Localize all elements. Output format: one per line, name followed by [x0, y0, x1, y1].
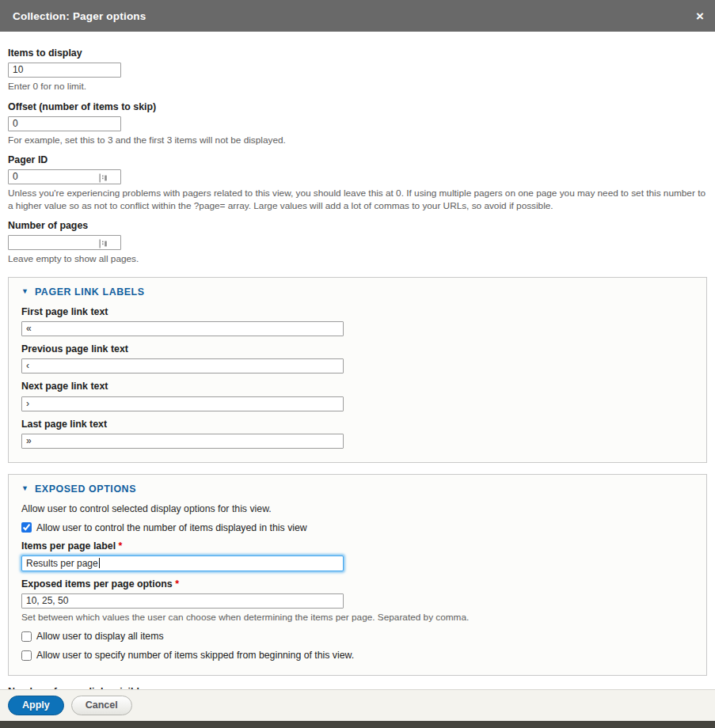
- items-per-page-label-field: Items per page label * Results per page: [21, 540, 694, 571]
- collapse-arrow-icon: ▼: [21, 288, 29, 295]
- last-page-link-input[interactable]: [21, 434, 344, 449]
- display-all-checkbox-row: Allow user to display all items: [21, 631, 694, 643]
- specify-skipped-checkbox-row: Allow user to specify number of items sk…: [21, 650, 694, 662]
- modal-header: Collection: Pager options ×: [0, 0, 715, 32]
- next-page-link-input[interactable]: [21, 396, 344, 411]
- first-page-link-label: First page link text: [21, 306, 694, 317]
- number-spinner-icon[interactable]: [99, 172, 108, 181]
- last-page-link-field: Last page link text: [21, 419, 694, 449]
- previous-page-link-input[interactable]: [21, 358, 344, 373]
- last-page-link-label: Last page link text: [21, 419, 694, 430]
- specify-skipped-checkbox-label: Allow user to specify number of items sk…: [36, 650, 354, 662]
- exposed-items-options-description: Set between which values the user can ch…: [21, 612, 694, 624]
- legend-label: PAGER LINK LABELS: [35, 286, 145, 298]
- pager-link-labels-legend[interactable]: ▼ PAGER LINK LABELS: [21, 286, 694, 298]
- next-page-link-label: Next page link text: [21, 381, 694, 392]
- previous-page-link-field: Previous page link text: [21, 343, 694, 373]
- control-items-checkbox-label: Allow user to control the number of item…: [36, 522, 307, 534]
- page-background-bar: [0, 721, 715, 728]
- exposed-items-options-field: Exposed items per page options * Set bet…: [21, 578, 694, 624]
- display-all-checkbox-label: Allow user to display all items: [36, 631, 164, 643]
- number-of-pages-description: Leave empty to show all pages.: [8, 253, 707, 265]
- pager-id-description: Unless you're experiencing problems with…: [8, 188, 707, 212]
- modal-body: Items to display Enter 0 for no limit. O…: [0, 32, 715, 728]
- exposed-options-description: Allow user to control selected display o…: [21, 503, 694, 515]
- number-of-pages-label: Number of pages: [8, 220, 707, 231]
- control-items-checkbox-row: Allow user to control the number of item…: [21, 522, 694, 534]
- exposed-items-options-label: Exposed items per page options *: [21, 578, 694, 590]
- offset-description: For example, set this to 3 and the first…: [8, 135, 707, 146]
- text-caret: [99, 558, 100, 568]
- collapse-arrow-icon: ▼: [21, 485, 29, 492]
- modal-footer: Apply Cancel: [0, 689, 715, 721]
- close-icon[interactable]: ×: [696, 9, 704, 23]
- items-to-display-description: Enter 0 for no limit.: [8, 81, 707, 93]
- control-items-checkbox[interactable]: [21, 522, 32, 533]
- items-to-display-label: Items to display: [8, 47, 707, 59]
- specify-skipped-checkbox[interactable]: [21, 650, 32, 661]
- items-to-display-field: Items to display Enter 0 for no limit.: [8, 47, 707, 93]
- first-page-link-input[interactable]: [21, 321, 344, 336]
- number-of-pages-field: Number of pages Leave empty to show all …: [8, 220, 707, 266]
- required-marker: *: [119, 540, 123, 552]
- label-text: Items per page label: [21, 540, 116, 552]
- display-all-checkbox[interactable]: [21, 631, 32, 642]
- exposed-options-legend[interactable]: ▼ EXPOSED OPTIONS: [21, 483, 694, 495]
- required-marker: *: [175, 578, 179, 590]
- offset-input[interactable]: [8, 116, 121, 131]
- pager-options-modal: Collection: Pager options × Items to dis…: [0, 0, 715, 728]
- exposed-items-options-input[interactable]: [21, 593, 344, 609]
- label-text: Exposed items per page options: [21, 578, 173, 590]
- items-per-page-label-label: Items per page label *: [21, 540, 694, 552]
- first-page-link-field: First page link text: [21, 306, 694, 336]
- apply-button[interactable]: Apply: [8, 696, 64, 715]
- pager-link-labels-fieldset: ▼ PAGER LINK LABELS First page link text…: [8, 277, 707, 463]
- pager-id-label: Pager ID: [8, 154, 707, 165]
- legend-label: EXPOSED OPTIONS: [35, 483, 136, 495]
- next-page-link-field: Next page link text: [21, 381, 694, 411]
- number-spinner-icon[interactable]: [99, 237, 108, 247]
- input-value: Results per page: [26, 558, 98, 569]
- modal-title: Collection: Pager options: [13, 10, 146, 22]
- offset-field: Offset (number of items to skip) For exa…: [8, 101, 707, 147]
- previous-page-link-label: Previous page link text: [21, 343, 694, 355]
- items-to-display-input[interactable]: [8, 63, 121, 78]
- exposed-options-fieldset: ▼ EXPOSED OPTIONS Allow user to control …: [8, 474, 707, 676]
- pager-id-field: Pager ID Unless you're experiencing prob…: [8, 154, 707, 212]
- cancel-button[interactable]: Cancel: [71, 696, 132, 715]
- items-per-page-label-input[interactable]: Results per page: [21, 555, 344, 571]
- offset-label: Offset (number of items to skip): [8, 101, 707, 112]
